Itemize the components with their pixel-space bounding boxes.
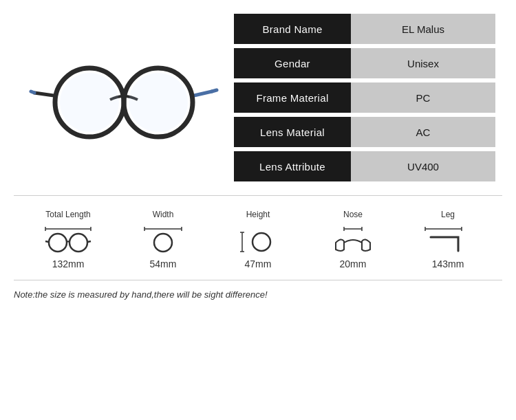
spec-value-4: UV400	[351, 151, 495, 181]
glasses-image-area	[14, 43, 234, 153]
spec-label-1: Gendar	[234, 48, 351, 78]
measurement-icon-leg	[424, 223, 472, 254]
svg-point-2	[60, 73, 119, 132]
spec-row-4: Lens AttributeUV400	[234, 151, 495, 181]
measurements-section: Total Length 132mmWidth 54mmHeight 47mmN…	[0, 199, 516, 276]
svg-point-18	[252, 233, 270, 251]
measurement-value-nose: 20mm	[340, 258, 367, 269]
note-text: Note:the size is measured by hand,there …	[0, 284, 516, 305]
measurement-icon-nose	[329, 223, 377, 254]
measurement-label-leg: Leg	[441, 210, 455, 219]
measurement-height: Height 47mm	[234, 210, 282, 269]
measurement-width: Width 54mm	[139, 210, 187, 269]
measurement-icon-height	[234, 223, 282, 254]
spec-value-2: PC	[351, 82, 495, 113]
measurement-value-leg: 143mm	[432, 258, 464, 269]
svg-line-9	[45, 241, 49, 242]
svg-line-10	[87, 241, 91, 242]
glasses-illustration	[28, 49, 220, 146]
spec-value-0: EL Malus	[351, 14, 495, 44]
spec-value-1: Unisex	[351, 48, 495, 78]
spec-row-2: Frame MaterialPC	[234, 82, 495, 113]
spec-value-3: AC	[351, 117, 495, 147]
measurement-value-total-length: 132mm	[52, 258, 85, 269]
spec-label-3: Lens Material	[234, 117, 351, 147]
svg-point-8	[69, 234, 87, 252]
measurement-label-nose: Nose	[343, 210, 363, 219]
measurement-icon-width	[139, 223, 187, 254]
top-divider	[14, 195, 502, 196]
top-section: Brand NameEL MalusGendarUnisexFrame Mate…	[0, 0, 516, 192]
measurement-label-width: Width	[153, 210, 174, 219]
spec-label-2: Frame Material	[234, 82, 351, 113]
measurement-nose: Nose 20mm	[329, 210, 377, 269]
spec-row-0: Brand NameEL Malus	[234, 14, 495, 44]
main-container: Brand NameEL MalusGendarUnisexFrame Mate…	[0, 0, 516, 420]
specs-table: Brand NameEL MalusGendarUnisexFrame Mate…	[234, 14, 495, 181]
measurement-total-length: Total Length 132mm	[44, 210, 92, 269]
bottom-divider	[14, 280, 502, 280]
svg-point-14	[154, 234, 172, 252]
svg-point-3	[129, 73, 188, 132]
measurement-label-height: Height	[246, 210, 270, 219]
svg-point-7	[49, 234, 67, 252]
measurement-value-height: 47mm	[245, 258, 272, 269]
spec-label-4: Lens Attribute	[234, 151, 351, 181]
measurement-icon-total-length	[44, 223, 92, 254]
spec-row-3: Lens MaterialAC	[234, 117, 495, 147]
measurement-label-total-length: Total Length	[45, 210, 90, 219]
spec-row-1: GendarUnisex	[234, 48, 495, 78]
spec-label-0: Brand Name	[234, 14, 351, 44]
measurement-leg: Leg 143mm	[424, 210, 472, 269]
measurement-value-width: 54mm	[150, 258, 177, 269]
